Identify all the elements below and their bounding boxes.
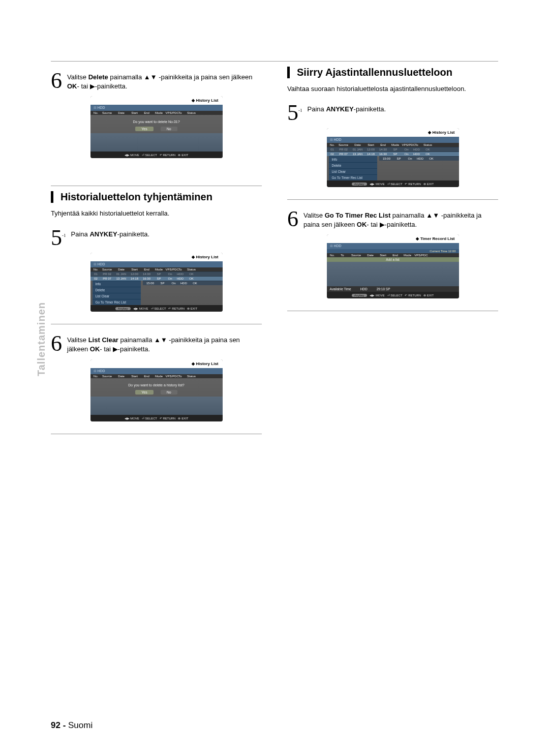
osd-dialog-text: Do you want to delete No.01? Yes No	[90, 115, 223, 133]
menu-delete[interactable]: Delete	[93, 287, 141, 293]
body-text: Tyhjentää kaikki historialuettelot kerra…	[51, 209, 262, 218]
menu-goto-timer[interactable]: Go To Timer Rec List	[93, 299, 141, 305]
yes-button[interactable]: Yes	[135, 390, 153, 395]
body-text: Vaihtaa suoraan historialuettelosta ajas…	[287, 84, 498, 94]
osd-footer: Anykey ◀▶ MOVE ⏎ SELECT ↶ RETURN ⊗ EXIT	[327, 292, 459, 298]
menu-list-clear[interactable]: List Clear	[93, 293, 141, 299]
add-a-list[interactable]: Add a list	[327, 257, 459, 262]
step-number: 5-1	[287, 103, 302, 123]
section-heading: Historialuettelon tyhjentäminen	[51, 191, 262, 203]
osd-footer: ◀▶ MOVE ⏎ SELECT ↶ RETURN ⊗ EXIT	[90, 152, 223, 158]
no-button[interactable]: No	[161, 127, 177, 131]
menu-info[interactable]: Info	[329, 156, 377, 162]
page-number: 92 - Suomi	[51, 720, 93, 731]
osd-current-time: Current Time 12:00	[327, 249, 459, 253]
osd-title: History List	[327, 128, 459, 137]
osd-hdd: HDD	[90, 105, 223, 111]
menu-goto-timer[interactable]: Go To Timer Rec List	[329, 174, 377, 180]
osd-title: Timer Record List	[327, 234, 459, 243]
step-text: Valitse Go To Timer Rec List painamalla …	[303, 209, 498, 229]
yes-button[interactable]: Yes	[135, 127, 153, 131]
step-6a: 6 Valitse Delete painamalla ▲▼ -painikke…	[51, 71, 262, 91]
osd-timer-record: Timer Record List HDD Current Time 12:00…	[327, 234, 459, 298]
osd-anykey-menu-left: History List HDD No.SourceDateStartEndMo…	[90, 253, 223, 312]
osd-available: Available Time HDD 29:10 SP	[327, 286, 459, 292]
osd-hdd: HDD	[90, 261, 223, 267]
step-number: 6	[287, 209, 298, 229]
step-text: Valitse List Clear painamalla ▲▼ -painik…	[67, 334, 262, 354]
right-column: Siirry Ajastintallennusluetteloon Vaihta…	[287, 62, 498, 434]
osd-footer: ◀▶ MOVE ⏎ SELECT ↶ RETURN ⊗ EXIT	[90, 415, 223, 421]
step-number: 6	[51, 71, 62, 91]
osd-hdd: HDD	[327, 243, 459, 249]
osd-title: History List	[90, 359, 223, 368]
menu-list-clear[interactable]: List Clear	[329, 168, 377, 174]
sidebar-tab-label: Tallentaminen	[36, 302, 47, 376]
menu-delete[interactable]: Delete	[329, 162, 377, 168]
osd-footer: Anykey ◀▶ MOVE ⏎ SELECT ↶ RETURN ⊗ EXIT	[90, 305, 223, 312]
osd-hdd: HDD	[327, 137, 459, 143]
step-text: Paina ANYKEY-painiketta.	[71, 228, 150, 248]
osd-footer: Anykey ◀▶ MOVE ⏎ SELECT ↶ RETURN ⊗ EXIT	[327, 180, 459, 187]
step-number: 5-1	[51, 228, 66, 248]
osd-dialog-text: Do you want to delete a history list? Ye…	[90, 378, 223, 397]
osd-anykey-menu-right: History List HDD No.SourceDateStartEndMo…	[327, 128, 459, 187]
step-5-right: 5-1 Paina ANYKEY-painiketta.	[287, 103, 498, 123]
osd-title: History List	[90, 253, 223, 261]
step-6-right: 6 Valitse Go To Timer Rec List painamall…	[287, 209, 498, 229]
step-text: Paina ANYKEY-painiketta.	[308, 103, 386, 123]
step-5-left: 5-1 Paina ANYKEY-painiketta.	[51, 228, 262, 248]
osd-clear-dialog: History List HDD No.SourceDateStartEndMo…	[90, 359, 223, 421]
osd-title: History List	[90, 96, 223, 105]
osd-delete-dialog: History List HDD No.SourceDateStartEndMo…	[90, 96, 223, 158]
osd-hdd: HDD	[90, 368, 223, 374]
section-heading: Siirry Ajastintallennusluetteloon	[287, 67, 498, 78]
step-6b: 6 Valitse List Clear painamalla ▲▼ -pain…	[51, 334, 262, 354]
step-text: Valitse Delete painamalla ▲▼ -painikkeit…	[67, 71, 262, 91]
no-button[interactable]: No	[161, 390, 177, 395]
left-column: 6 Valitse Delete painamalla ▲▼ -painikke…	[51, 62, 262, 434]
step-number: 6	[51, 334, 62, 354]
menu-info[interactable]: Info	[93, 281, 141, 287]
